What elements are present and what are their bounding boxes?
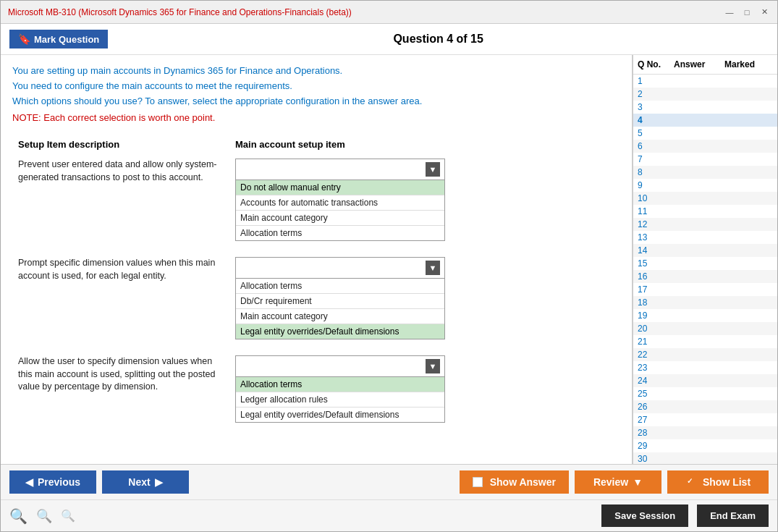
sidebar-row-answer — [669, 432, 720, 434]
sidebar-row[interactable]: 9 — [633, 179, 777, 192]
sidebar-row-number: 20 — [633, 323, 669, 334]
sidebar-row[interactable]: 28 — [633, 426, 777, 439]
setup-table: Setup Item description Main account setu… — [12, 135, 620, 427]
sidebar-row[interactable]: 27 — [633, 413, 777, 426]
sidebar-row-answer — [669, 198, 720, 199]
next-button[interactable]: Next ▶ — [102, 470, 189, 494]
row2-dropdown-header[interactable]: ▼ — [235, 257, 445, 279]
restore-button[interactable]: □ — [741, 7, 753, 18]
sidebar-row[interactable]: 6 — [633, 140, 777, 153]
sidebar-row[interactable]: 12 — [633, 218, 777, 231]
sidebar-row-marked — [720, 93, 729, 95]
sidebar-header-qno: Q No. — [633, 58, 669, 71]
row3-dropdown-header[interactable]: ▼ — [235, 355, 445, 377]
list-item[interactable]: Allocation terms — [236, 377, 444, 392]
sidebar-row-answer — [669, 185, 720, 186]
zoom-in-button[interactable]: 🔍 — [9, 507, 28, 525]
sidebar-row[interactable]: 17 — [633, 283, 777, 296]
sidebar-row-marked — [720, 380, 729, 381]
sidebar-row[interactable]: 8 — [633, 166, 777, 179]
zoom-reset-button[interactable]: 🔍 — [36, 508, 52, 524]
zoom-out-button[interactable]: 🔍 — [61, 509, 75, 523]
show-answer-button[interactable]: Show Answer — [460, 470, 569, 494]
sidebar-row[interactable]: 26 — [633, 400, 777, 413]
row2-description: Prompt specific dimension values when th… — [18, 257, 224, 282]
intro-text-3: Which options should you use? To answer,… — [12, 96, 620, 106]
sidebar-row[interactable]: 20 — [633, 322, 777, 335]
sidebar-row[interactable]: 14 — [633, 244, 777, 257]
sidebar-row-marked — [720, 159, 729, 160]
sidebar-row[interactable]: 1 — [633, 75, 777, 88]
sidebar-row[interactable]: 15 — [633, 257, 777, 270]
previous-button[interactable]: ◀ Previous — [9, 470, 96, 494]
list-item[interactable]: Legal entity overrides/Default dimension… — [236, 324, 444, 339]
sidebar-row[interactable]: 19 — [633, 309, 777, 322]
list-item[interactable]: Main account category — [236, 309, 444, 324]
sidebar-row[interactable]: 22 — [633, 348, 777, 361]
sidebar-row[interactable]: 16 — [633, 270, 777, 283]
sidebar-row-answer — [669, 341, 720, 342]
review-button[interactable]: Review ▼ — [575, 470, 661, 494]
list-item[interactable]: Allocation terms — [236, 279, 444, 294]
sidebar-row[interactable]: 11 — [633, 205, 777, 218]
sidebar-row-number: 26 — [633, 401, 669, 413]
save-session-button[interactable]: Save Session — [601, 504, 688, 527]
sidebar-row-answer — [669, 458, 720, 460]
list-item[interactable]: Ledger allocation rules — [236, 392, 444, 408]
main-window: Microsoft MB-310 (Microsoft Dynamics 365… — [0, 0, 778, 532]
sidebar-row-number: 6 — [633, 140, 669, 152]
sidebar-row[interactable]: 21 — [633, 335, 777, 348]
list-item[interactable]: Do not allow manual entry — [236, 180, 444, 195]
sidebar-row-number: 24 — [633, 375, 669, 387]
sidebar-row-answer — [669, 159, 720, 160]
sidebar-row-answer — [669, 354, 720, 355]
minimize-button[interactable]: — — [724, 7, 735, 18]
sidebar-row-number: 15 — [633, 258, 669, 269]
list-item[interactable]: Allocation terms — [236, 226, 444, 240]
sidebar-row[interactable]: 2 — [633, 88, 777, 101]
list-item[interactable]: Legal entity overrides/Default dimension… — [236, 408, 444, 422]
sidebar-row[interactable]: 13 — [633, 231, 777, 244]
sidebar-row-answer — [669, 250, 720, 251]
sidebar-header-marked: Marked — [720, 58, 759, 71]
sidebar-row[interactable]: 24 — [633, 374, 777, 387]
sidebar-row[interactable]: 30 — [633, 452, 777, 464]
sidebar-row[interactable]: 25 — [633, 387, 777, 400]
sidebar-row-marked — [720, 289, 729, 290]
sidebar-row-number: 25 — [633, 388, 669, 400]
question-title: Question 4 of 15 — [108, 33, 769, 46]
sidebar-rows: 1234567891011121314151617181920212223242… — [633, 75, 777, 464]
sidebar-row-marked — [720, 445, 729, 447]
sidebar-row[interactable]: 7 — [633, 153, 777, 166]
window-title: Microsoft MB-310 (Microsoft Dynamics 365… — [8, 7, 352, 17]
row2-dropdown[interactable]: ▼ Allocation terms Db/Cr requirement Mai… — [235, 257, 445, 339]
list-item[interactable]: Main account category — [236, 211, 444, 226]
table-row: Prevent user entered data and allow only… — [12, 154, 620, 245]
sidebar-row[interactable]: 29 — [633, 439, 777, 452]
sidebar-row[interactable]: 23 — [633, 361, 777, 374]
list-item[interactable]: Accounts for automatic transactions — [236, 195, 444, 211]
show-list-button[interactable]: Show List — [667, 470, 769, 494]
sidebar-row-marked — [720, 250, 729, 251]
list-item[interactable]: Db/Cr requirement — [236, 294, 444, 309]
sidebar-row[interactable]: 3 — [633, 101, 777, 114]
sidebar-row-answer — [669, 406, 720, 408]
row1-dropdown[interactable]: ▼ Do not allow manual entry Accounts for… — [235, 159, 445, 241]
mark-question-button[interactable]: 🔖 Mark Question — [9, 30, 108, 48]
sidebar-row[interactable]: 10 — [633, 192, 777, 205]
sidebar-row-marked — [720, 354, 729, 355]
row1-dropdown-header[interactable]: ▼ — [235, 159, 445, 180]
row3-dropdown[interactable]: ▼ Allocation terms Ledger allocation rul… — [235, 355, 445, 423]
sidebar-row[interactable]: 5 — [633, 127, 777, 140]
checkbox-icon — [473, 477, 483, 487]
sidebar-row-number: 9 — [633, 180, 669, 191]
close-button[interactable]: ✕ — [758, 7, 770, 18]
sidebar-row[interactable]: 4 — [633, 114, 777, 127]
right-arrow-icon: ▶ — [155, 476, 163, 488]
intro-text-2: You need to configure the main accounts … — [12, 80, 620, 91]
sidebar-row[interactable]: 18 — [633, 296, 777, 309]
row2-dropdown-list: Allocation terms Db/Cr requirement Main … — [235, 279, 445, 339]
sidebar-row-answer — [669, 263, 720, 264]
sidebar-row-number: 29 — [633, 440, 669, 452]
end-exam-button[interactable]: End Exam — [697, 504, 769, 527]
